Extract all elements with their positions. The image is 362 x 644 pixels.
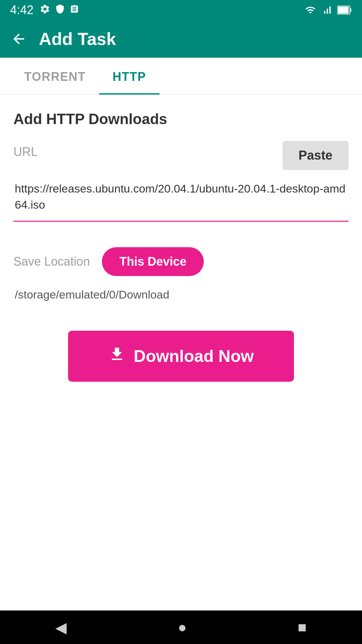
url-label: URL: [13, 141, 38, 159]
status-bar-left: 4:42: [10, 3, 79, 17]
url-row: URL Paste: [13, 141, 349, 170]
svg-rect-1: [350, 8, 351, 12]
cell-signal-icon: [322, 5, 333, 15]
save-location-row: Save Location This Device: [13, 247, 349, 276]
section-title: Add HTTP Downloads: [13, 111, 349, 127]
page-title: Add Task: [39, 29, 116, 49]
download-now-button[interactable]: Download Now: [68, 331, 294, 382]
clipboard-icon: [70, 4, 79, 17]
nav-home-button[interactable]: ●: [178, 619, 187, 636]
status-time: 4:42: [10, 3, 34, 17]
status-bar: 4:42: [0, 0, 362, 20]
app-bar: Add Task: [0, 20, 362, 58]
nav-recent-button[interactable]: ■: [298, 619, 307, 636]
content-area: TORRENT HTTP Add HTTP Downloads URL Past…: [0, 58, 362, 610]
download-icon: [108, 345, 126, 367]
bottom-nav: ◀ ● ■: [0, 610, 362, 644]
this-device-button[interactable]: This Device: [102, 247, 204, 276]
tabs: TORRENT HTTP: [0, 58, 362, 95]
tab-http[interactable]: HTTP: [99, 58, 160, 95]
url-input-area: https://releases.ubuntu.com/20.04.1/ubun…: [13, 175, 349, 222]
form-area: Add HTTP Downloads URL Paste https://rel…: [0, 95, 362, 610]
url-underline: [13, 221, 349, 222]
paste-button[interactable]: Paste: [283, 141, 349, 170]
download-now-label: Download Now: [134, 346, 254, 366]
nav-back-button[interactable]: ◀: [55, 619, 67, 636]
back-button[interactable]: [11, 31, 27, 47]
save-location-label: Save Location: [13, 255, 90, 269]
settings-icon: [40, 4, 50, 17]
status-icons: [40, 4, 79, 17]
tab-torrent[interactable]: TORRENT: [11, 58, 99, 95]
status-bar-right: [304, 5, 352, 15]
battery-icon: [337, 5, 352, 15]
shield-icon: [55, 4, 65, 17]
svg-rect-2: [338, 7, 349, 13]
download-button-container: Download Now: [13, 331, 349, 382]
storage-path: /storage/emulated/0/Download: [13, 285, 349, 304]
wifi-icon: [304, 5, 317, 15]
url-input[interactable]: https://releases.ubuntu.com/20.04.1/ubun…: [13, 175, 349, 221]
